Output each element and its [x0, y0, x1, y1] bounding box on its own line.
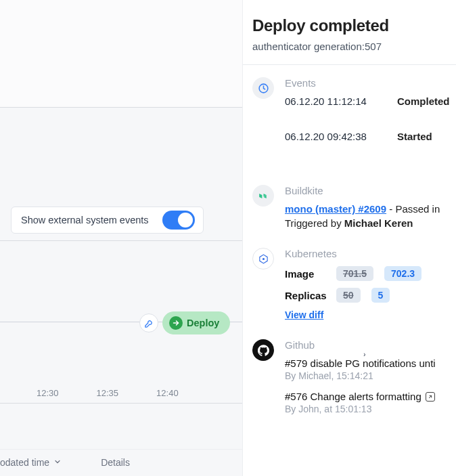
event-row: 06.12.20 11:12:14 Completed d c: [285, 95, 456, 118]
details-column[interactable]: Details: [101, 457, 130, 468]
replicas-new-pill: 5: [371, 288, 390, 303]
timeline-ticks: 12:30 12:35 12:40: [0, 388, 242, 398]
buildkite-icon: [252, 185, 274, 207]
divider: [243, 64, 456, 65]
divider: [0, 449, 242, 450]
github-section: Github #579 disable PG notifications unt…: [252, 339, 456, 424]
triggered-prefix: Triggered by: [285, 217, 344, 229]
buildkite-suffix: - Passed in: [386, 203, 440, 215]
column-label: odated time: [0, 457, 49, 468]
github-icon: [252, 339, 274, 361]
event-status: Started: [397, 131, 453, 154]
toggle-knob: [178, 213, 193, 228]
pr-byline: By Michael, 15:14:21: [285, 370, 456, 381]
view-diff-link[interactable]: View diff: [285, 309, 323, 320]
details-panel: Deploy completed authenticator generatio…: [242, 0, 456, 476]
divider: [0, 403, 242, 404]
timeline-tick: 12:30: [37, 388, 59, 398]
deploy-chip[interactable]: Deploy: [162, 311, 230, 334]
buildkite-triggered-by: Triggered by Michael Keren: [285, 217, 456, 229]
graph-area-placeholder: [0, 0, 242, 108]
pr-title: #579 disable PG notifications unti ›: [285, 358, 436, 369]
panel-subtitle: authenticator generation:507: [252, 41, 456, 52]
external-events-toggle-row: Show external system events: [11, 207, 204, 234]
github-pr-item[interactable]: #576 Change alerts formatting By John, a…: [285, 391, 456, 414]
external-events-toggle[interactable]: [162, 211, 195, 230]
kubernetes-section: Kubernetes Image 701.5 702.3 Replicas 50…: [252, 248, 456, 320]
column-headers: odated time Details: [0, 457, 242, 468]
event-timestamp: 06.12.20 09:42:38: [285, 131, 385, 154]
deploy-chip-label: Deploy: [187, 318, 219, 328]
image-new-pill: 702.3: [384, 266, 421, 281]
triggered-by-name: Michael Keren: [344, 217, 413, 229]
replicas-label: Replicas: [285, 290, 329, 301]
section-title: Buildkite: [285, 185, 456, 196]
timeline-panel: Show external system events Deploy 12:30…: [0, 0, 242, 476]
event-timestamp: 06.12.20 11:12:14: [285, 95, 385, 118]
timeline-tick: 12:35: [97, 388, 119, 398]
timeline-tick: 12:40: [156, 388, 179, 398]
section-title: Kubernetes: [285, 248, 456, 259]
timeline-zone: Deploy 12:30 12:35 12:40: [0, 240, 242, 413]
chevron-down-icon: [53, 457, 62, 468]
section-title: Github: [285, 339, 456, 351]
image-label: Image: [285, 268, 329, 280]
kubernetes-image-row: Image 701.5 702.3: [285, 266, 456, 281]
arrow-right-icon: [169, 316, 183, 330]
clock-icon: [252, 77, 274, 99]
svg-point-2: [262, 257, 264, 259]
image-old-pill: 701.5: [336, 266, 373, 281]
app-root: Show external system events Deploy 12:30…: [0, 0, 456, 476]
updated-time-column[interactable]: odated time: [0, 457, 62, 468]
kubernetes-icon: [252, 248, 274, 269]
column-label: Details: [101, 457, 130, 468]
wrench-icon[interactable]: [139, 313, 158, 332]
pr-byline: By John, at 15:01:13: [285, 404, 456, 414]
panel-title: Deploy completed: [252, 16, 456, 35]
buildkite-build-link[interactable]: mono (master) #2609: [285, 203, 386, 215]
buildkite-line: mono (master) #2609 - Passed in: [285, 203, 456, 215]
external-events-toggle-label: Show external system events: [21, 215, 149, 225]
pr-title: #576 Change alerts formatting: [285, 391, 421, 402]
events-section: Events 06.12.20 11:12:14 Completed d c 0…: [252, 77, 456, 166]
event-row: 06.12.20 09:42:38 Started d s: [285, 131, 456, 154]
github-pr-item[interactable]: #579 disable PG notifications unti › By …: [285, 358, 456, 381]
buildkite-section: Buildkite mono (master) #2609 - Passed i…: [252, 185, 456, 229]
event-status: Completed: [397, 95, 453, 118]
external-link-icon: [426, 392, 435, 402]
section-title: Events: [285, 77, 456, 89]
kubernetes-replicas-row: Replicas 50 5: [285, 288, 456, 303]
replicas-old-pill: 50: [336, 288, 361, 303]
